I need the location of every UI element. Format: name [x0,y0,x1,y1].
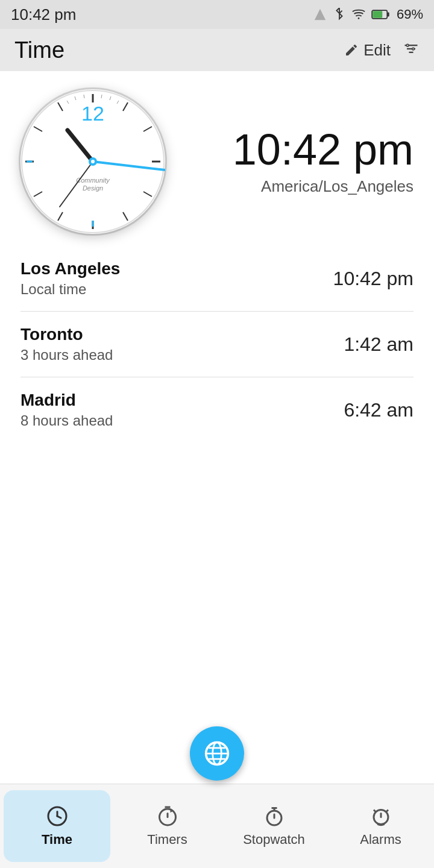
filter-button[interactable] [403,40,420,60]
stopwatch-icon [263,805,285,827]
page-title: Time [14,37,64,63]
nav-label-stopwatch: Stopwatch [243,832,305,848]
nav-item-time[interactable]: Time [4,790,110,862]
battery-percentage: 69% [397,7,423,22]
svg-line-57 [374,810,377,813]
nav-label-alarms: Alarms [360,832,401,848]
wifi-icon [352,8,365,21]
fab-container [190,726,244,781]
tz-city-madrid: Madrid [20,391,113,410]
svg-text:12: 12 [81,102,104,125]
pencil-icon [344,43,359,57]
analog-clock: 12 Community Design [20,89,165,234]
tz-left-toronto: Toronto 3 hours ahead [20,325,113,363]
clock-icon [46,805,68,827]
tz-time-toronto: 1:42 am [344,333,414,356]
digital-time: 10:42 pm [183,128,414,171]
header-actions: Edit [344,40,420,60]
svg-line-58 [385,810,388,813]
timezone-item-losangeles: Los Angeles Local time 10:42 pm [20,246,414,312]
svg-point-1 [358,17,360,19]
svg-rect-4 [373,11,382,17]
svg-marker-0 [315,9,326,20]
bluetooth-icon [333,8,346,21]
tz-city-losangeles: Los Angeles [20,259,120,278]
main-content: 12 Community Design [0,71,434,442]
svg-line-46 [57,816,61,818]
tz-city-toronto: Toronto [20,325,113,344]
svg-point-9 [412,48,415,50]
timer-icon [157,805,178,827]
digital-timezone: America/Los_Angeles [183,177,414,196]
filter-icon [403,40,420,57]
nav-label-time: Time [42,832,72,848]
clock-svg: 12 Community Design [20,89,165,234]
status-bar: 10:42 pm 69% [0,0,434,29]
battery-icon [371,8,391,20]
tz-offset-losangeles: Local time [20,281,120,298]
nav-label-timers: Timers [147,832,187,848]
signal-icon [313,8,327,21]
svg-text:Design: Design [83,184,103,192]
edit-button[interactable]: Edit [344,41,391,60]
tz-time-losangeles: 10:42 pm [333,268,414,290]
edit-label: Edit [363,41,391,60]
clock-section: 12 Community Design [14,71,420,246]
svg-point-38 [91,160,95,163]
tz-time-madrid: 6:42 am [344,399,414,421]
app-header: Time Edit [0,29,434,71]
bottom-nav: Time Timers Stopwatch Alarms [0,784,434,868]
timezone-item-madrid: Madrid 8 hours ahead 6:42 am [20,377,414,442]
tz-offset-madrid: 8 hours ahead [20,412,113,429]
tz-left-losangeles: Los Angeles Local time [20,259,120,298]
nav-item-alarms[interactable]: Alarms [327,784,434,868]
alarm-icon [370,805,392,827]
tz-left-madrid: Madrid 8 hours ahead [20,391,113,429]
timezone-item-toronto: Toronto 3 hours ahead 1:42 am [20,312,414,377]
status-time: 10:42 pm [11,5,76,24]
status-icons: 69% [313,7,423,22]
globe-icon [204,740,230,767]
svg-point-8 [406,44,409,46]
nav-item-stopwatch[interactable]: Stopwatch [221,784,327,868]
clock-face: 12 Community Design [20,89,165,234]
add-timezone-fab[interactable] [190,726,244,781]
nav-item-timers[interactable]: Timers [114,784,221,868]
timezone-list: Los Angeles Local time 10:42 pm Toronto … [14,246,420,442]
svg-rect-3 [387,13,389,17]
digital-time-section: 10:42 pm America/Los_Angeles [183,128,414,196]
tz-offset-toronto: 3 hours ahead [20,347,113,363]
